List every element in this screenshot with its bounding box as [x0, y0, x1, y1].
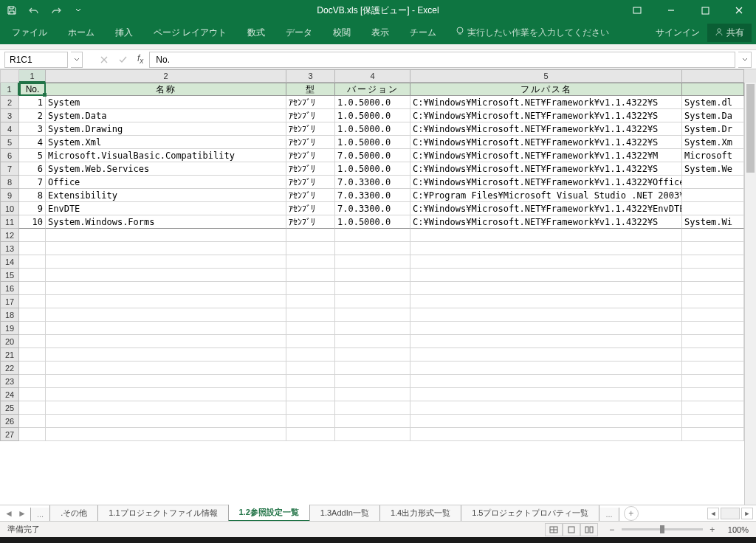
zoom-thumb[interactable]: [660, 525, 664, 533]
signin-link[interactable]: サインイン: [656, 27, 700, 39]
ribbon-display-icon[interactable]: [620, 0, 654, 21]
row-header[interactable]: 13: [0, 242, 19, 255]
cell[interactable]: C:¥Windows¥Microsoft.NET¥Framework¥v1.1.…: [410, 96, 682, 109]
sheet-tab[interactable]: 1.1プロジェクトファイル情報: [97, 505, 228, 522]
cell[interactable]: System: [46, 96, 286, 109]
cell[interactable]: [286, 362, 335, 375]
cell[interactable]: [46, 308, 286, 322]
cell[interactable]: ｱｾﾝﾌﾞﾘ: [286, 96, 335, 109]
cell[interactable]: [682, 388, 744, 401]
cell[interactable]: ｱｾﾝﾌﾞﾘ: [286, 136, 335, 149]
cell[interactable]: No.: [19, 83, 46, 96]
cell[interactable]: [46, 295, 286, 308]
cell[interactable]: 1.0.5000.0: [335, 215, 410, 229]
cell[interactable]: [286, 322, 335, 335]
cell[interactable]: System.Web.Services: [46, 162, 286, 176]
hscroll-right-icon[interactable]: ►: [741, 508, 753, 519]
cell[interactable]: [286, 269, 335, 282]
cell[interactable]: [410, 322, 682, 335]
cell[interactable]: フルパス名: [410, 83, 682, 96]
row-header[interactable]: 4: [0, 122, 19, 136]
hscroll-left-icon[interactable]: ◄: [707, 508, 719, 519]
tab-home[interactable]: ホーム: [61, 22, 102, 44]
view-normal-icon[interactable]: [545, 523, 563, 536]
cancel-formula-icon[interactable]: [96, 52, 112, 68]
cell[interactable]: 4: [19, 136, 46, 149]
cell[interactable]: [682, 255, 744, 269]
cell[interactable]: [335, 348, 410, 362]
column-header[interactable]: 5: [410, 69, 682, 83]
cell[interactable]: 7.0.3300.0: [335, 202, 410, 215]
row-header[interactable]: 15: [0, 269, 19, 282]
cell[interactable]: [46, 322, 286, 335]
cell[interactable]: [19, 269, 46, 282]
cell[interactable]: [46, 375, 286, 388]
tab-view[interactable]: 表示: [364, 22, 396, 44]
view-page-layout-icon[interactable]: [563, 523, 580, 536]
cell[interactable]: [410, 375, 682, 388]
cell[interactable]: ｱｾﾝﾌﾞﾘ: [286, 149, 335, 162]
cell[interactable]: [19, 428, 46, 441]
cell[interactable]: 8: [19, 189, 46, 202]
cell[interactable]: [46, 229, 286, 242]
cell[interactable]: ｱｾﾝﾌﾞﾘ: [286, 176, 335, 189]
row-header[interactable]: 2: [0, 96, 19, 109]
cell[interactable]: [410, 428, 682, 441]
row-header[interactable]: 9: [0, 189, 19, 202]
cell[interactable]: 5: [19, 149, 46, 162]
cell[interactable]: 1.0.5000.0: [335, 122, 410, 136]
tab-data[interactable]: データ: [278, 22, 320, 44]
formula-expand-icon[interactable]: [738, 52, 752, 68]
cell[interactable]: [46, 362, 286, 375]
sheet-tab[interactable]: 1.4出力形式一覧: [379, 505, 461, 522]
cell[interactable]: [335, 255, 410, 269]
cell[interactable]: 7.0.5000.0: [335, 149, 410, 162]
row-header[interactable]: 21: [0, 348, 19, 362]
cell[interactable]: [46, 415, 286, 428]
cell[interactable]: [286, 388, 335, 401]
cell[interactable]: System.Xm: [682, 136, 744, 149]
cell[interactable]: Office: [46, 176, 286, 189]
cell[interactable]: 7.0.3300.0: [335, 176, 410, 189]
cell[interactable]: [46, 335, 286, 348]
cell[interactable]: [286, 335, 335, 348]
cell[interactable]: [19, 295, 46, 308]
cell[interactable]: 9: [19, 202, 46, 215]
cell[interactable]: System.Xml: [46, 136, 286, 149]
cell[interactable]: [410, 388, 682, 401]
cell[interactable]: [410, 348, 682, 362]
column-header[interactable]: [682, 69, 744, 83]
cell[interactable]: [19, 335, 46, 348]
cell[interactable]: [682, 189, 744, 202]
row-header[interactable]: 11: [0, 215, 19, 229]
column-header[interactable]: 2: [46, 69, 286, 83]
cell[interactable]: [46, 388, 286, 401]
cell[interactable]: [335, 308, 410, 322]
redo-icon[interactable]: [49, 3, 63, 18]
cell[interactable]: バージョン: [335, 83, 410, 96]
undo-icon[interactable]: [27, 3, 41, 18]
cell[interactable]: [335, 428, 410, 441]
cell[interactable]: [19, 229, 46, 242]
qat-customize-icon[interactable]: [71, 3, 86, 18]
cell[interactable]: [335, 269, 410, 282]
tab-insert[interactable]: 挿入: [108, 22, 140, 44]
cell[interactable]: [682, 401, 744, 415]
column-header[interactable]: 4: [335, 69, 410, 83]
cell[interactable]: C:¥Windows¥Microsoft.NET¥Framework¥v1.1.…: [410, 162, 682, 176]
cell[interactable]: [682, 362, 744, 375]
cell[interactable]: C:¥Program Files¥Microsoft Visual Studio…: [410, 189, 682, 202]
cell[interactable]: 2: [19, 109, 46, 122]
row-header[interactable]: 16: [0, 282, 19, 295]
cell[interactable]: [682, 176, 744, 189]
name-box-dropdown-icon[interactable]: [71, 52, 83, 68]
cell[interactable]: ｱｾﾝﾌﾞﾘ: [286, 202, 335, 215]
cell[interactable]: [46, 269, 286, 282]
cell[interactable]: 3: [19, 122, 46, 136]
cells[interactable]: No.名称型バージョンフルパス名1Systemｱｾﾝﾌﾞﾘ1.0.5000.0C…: [19, 83, 756, 505]
row-header[interactable]: 27: [0, 428, 19, 441]
cell[interactable]: [410, 401, 682, 415]
cell[interactable]: C:¥Windows¥Microsoft.NET¥Framework¥v1.1.…: [410, 176, 682, 189]
cell[interactable]: [19, 242, 46, 255]
cell[interactable]: [335, 362, 410, 375]
